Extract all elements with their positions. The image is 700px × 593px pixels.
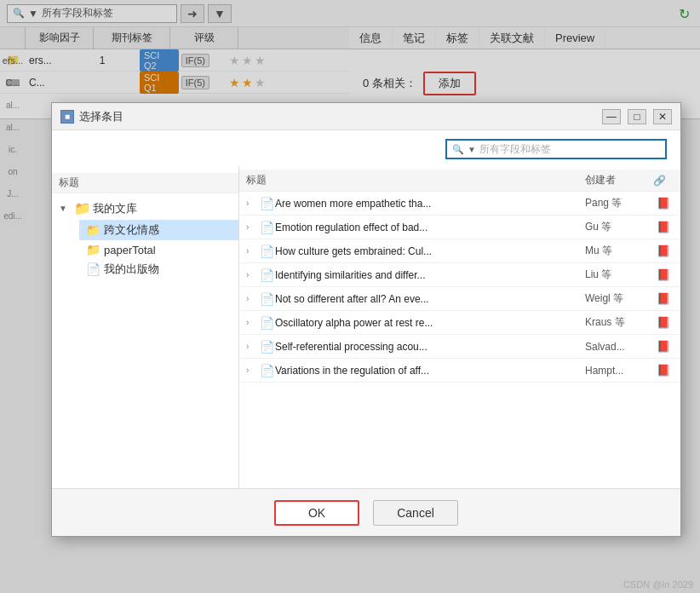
modal-dialog: ■ 选择条目 — □ ✕ 🔍 ▼ 所有字段和标签 标题 ▼ 📁 我的文库 — [51, 102, 681, 537]
pdf-icon-0: 📕 — [657, 197, 670, 210]
row-creator-2: Mu 等 — [585, 244, 653, 258]
row-expand-6: › — [246, 342, 260, 351]
modal-titlebar: ■ 选择条目 — □ ✕ — [52, 103, 680, 130]
row-attach-1: 📕 — [653, 221, 674, 233]
row-attach-7: 📕 — [653, 364, 674, 377]
content-row-2[interactable]: › 📄 How culture gets embrained: Cul... M… — [239, 239, 680, 263]
pdf-icon-7: 📕 — [657, 364, 670, 377]
row-doc-icon-1: 📄 — [260, 221, 275, 234]
row-doc-icon-5: 📄 — [260, 316, 275, 330]
ok-button[interactable]: OK — [274, 500, 359, 526]
row-creator-5: Kraus 等 — [585, 315, 653, 330]
row-attach-5: 📕 — [653, 316, 674, 329]
pdf-icon-2: 📕 — [657, 245, 670, 257]
row-title-7: Variations in the regulation of aff... — [275, 365, 585, 377]
tree-col-title: 标题 — [59, 176, 232, 190]
pdf-icon-5: 📕 — [657, 316, 670, 329]
row-attach-2: 📕 — [653, 245, 674, 257]
modal-footer: OK Cancel — [52, 488, 680, 536]
modal-body: 标题 ▼ 📁 我的文库 📁 跨文化情感 📁 paperTotal 📄 — [52, 166, 680, 524]
row-doc-icon-2: 📄 — [260, 245, 275, 258]
row-expand-0: › — [246, 199, 260, 208]
content-row-0[interactable]: › 📄 Are women more empathetic tha... Pan… — [239, 192, 680, 216]
row-attach-4: 📕 — [653, 292, 674, 305]
child-doc-icon-3: 📄 — [86, 262, 100, 276]
row-title-2: How culture gets embrained: Cul... — [275, 245, 585, 257]
content-panel: 标题 创建者 🔗 › 📄 Are women more empathetic t… — [239, 166, 680, 524]
row-doc-icon-4: 📄 — [260, 292, 275, 306]
root-folder-icon: 📁 — [74, 200, 89, 216]
content-row-1[interactable]: › 📄 Emotion regulation effect of bad... … — [239, 216, 680, 239]
tree-child-label-3: 我的出版物 — [104, 262, 159, 277]
row-doc-icon-3: 📄 — [260, 268, 275, 282]
child-folder-icon-1: 📁 — [86, 223, 100, 237]
row-expand-1: › — [246, 222, 260, 232]
row-creator-4: Weigl 等 — [585, 291, 653, 306]
modal-search-icon: 🔍 — [452, 144, 464, 155]
modal-search-dropdown[interactable]: ▼ — [468, 145, 476, 154]
row-creator-3: Liu 等 — [585, 268, 653, 282]
tree-panel: 标题 ▼ 📁 我的文库 📁 跨文化情感 📁 paperTotal 📄 — [52, 166, 239, 524]
close-button[interactable]: ✕ — [653, 109, 672, 124]
row-doc-icon-7: 📄 — [260, 364, 275, 377]
modal-title-icon: ■ — [60, 110, 74, 124]
row-title-3: Identifying similarities and differ... — [275, 269, 585, 281]
row-title-0: Are women more empathetic tha... — [275, 198, 585, 210]
row-attach-6: 📕 — [653, 340, 674, 353]
tree-child-item-2[interactable]: 📁 paperTotal — [79, 240, 238, 259]
child-folder-icon-2: 📁 — [86, 243, 100, 256]
tree-expand-arrow: ▼ — [59, 204, 71, 213]
watermark: CSDN @In 2029 — [623, 579, 693, 590]
tree-child-item-3[interactable]: 📄 我的出版物 — [79, 259, 238, 279]
row-expand-4: › — [246, 294, 260, 303]
pdf-icon-4: 📕 — [657, 292, 670, 305]
row-doc-icon-6: 📄 — [260, 340, 275, 354]
row-creator-7: Hampt... — [585, 365, 653, 377]
row-expand-3: › — [246, 270, 260, 279]
row-doc-icon-0: 📄 — [260, 197, 275, 210]
row-creator-6: Salvad... — [585, 341, 653, 353]
tree-child-label-1: 跨文化情感 — [104, 222, 159, 238]
pdf-icon-3: 📕 — [657, 268, 670, 281]
row-creator-0: Pang 等 — [585, 196, 653, 210]
cancel-button[interactable]: Cancel — [373, 500, 458, 526]
modal-search-inner: 🔍 ▼ 所有字段和标签 — [447, 142, 665, 157]
minimize-button[interactable]: — — [602, 109, 621, 124]
tree-root[interactable]: ▼ 📁 我的文库 — [52, 197, 238, 220]
row-attach-0: 📕 — [653, 197, 674, 210]
content-header: 标题 创建者 🔗 — [239, 170, 680, 192]
row-title-5: Oscillatory alpha power at rest re... — [275, 317, 585, 329]
row-attach-3: 📕 — [653, 268, 674, 281]
tree-header: 标题 — [52, 173, 238, 193]
modal-search-area: 🔍 ▼ 所有字段和标签 — [445, 139, 667, 159]
content-row-5[interactable]: › 📄 Oscillatory alpha power at rest re..… — [239, 311, 680, 335]
row-expand-2: › — [246, 246, 260, 256]
title-icon-symbol: ■ — [65, 112, 70, 121]
tree-child-label-2: paperTotal — [104, 244, 156, 256]
tree-children: 📁 跨文化情感 📁 paperTotal 📄 我的出版物 — [52, 220, 238, 279]
col-header-title: 标题 — [246, 173, 585, 187]
tree-child-item-1[interactable]: 📁 跨文化情感 — [79, 220, 238, 240]
row-expand-7: › — [246, 366, 260, 375]
pdf-icon-1: 📕 — [657, 221, 670, 233]
col-header-attach: 🔗 — [653, 175, 674, 187]
content-row-4[interactable]: › 📄 Not so different after all? An eve..… — [239, 287, 680, 311]
content-row-3[interactable]: › 📄 Identifying similarities and differ.… — [239, 263, 680, 287]
row-creator-1: Gu 等 — [585, 220, 653, 234]
modal-title-text: 选择条目 — [79, 109, 595, 124]
maximize-button[interactable]: □ — [628, 109, 646, 124]
pdf-icon-6: 📕 — [657, 340, 670, 353]
row-title-4: Not so different after all? An eve... — [275, 293, 585, 305]
modal-search-placeholder: 所有字段和标签 — [479, 142, 551, 157]
col-header-creator: 创建者 — [585, 173, 653, 187]
row-title-6: Self-referential processing acou... — [275, 341, 585, 353]
content-row-7[interactable]: › 📄 Variations in the regulation of aff.… — [239, 359, 680, 383]
row-title-1: Emotion regulation effect of bad... — [275, 222, 585, 233]
tree-root-label: 我的文库 — [93, 201, 137, 216]
content-row-6[interactable]: › 📄 Self-referential processing acou... … — [239, 335, 680, 359]
row-expand-5: › — [246, 318, 260, 327]
